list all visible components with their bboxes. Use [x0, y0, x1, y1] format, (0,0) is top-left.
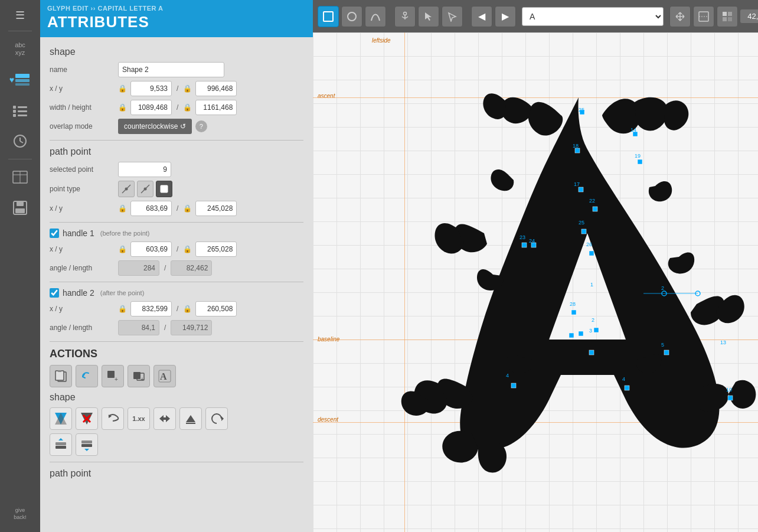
layer-up-button[interactable] — [50, 433, 72, 456]
layer-down-button[interactable] — [76, 433, 98, 456]
wind-path-button[interactable] — [102, 407, 124, 430]
svg-rect-16 — [17, 201, 24, 206]
point-type-corner-button[interactable] — [137, 181, 153, 197]
clock-icon[interactable] — [7, 128, 33, 154]
svg-text:+: + — [141, 376, 144, 383]
point-type-row: point type — [50, 181, 303, 197]
svg-rect-43 — [55, 446, 66, 449]
save-icon[interactable] — [7, 195, 33, 221]
canvas-area[interactable]: leftside rightside ascent baseline desce… — [313, 32, 758, 532]
overlap-label: overlap mode — [50, 122, 115, 130]
svg-rect-78 — [511, 383, 516, 388]
handle1-checkbox[interactable] — [50, 229, 59, 238]
name-label: name — [50, 66, 115, 74]
breadcrumb: GLYPH EDIT ›› CAPITAL LETTER A — [47, 5, 306, 12]
h1-length-input[interactable] — [171, 260, 212, 276]
h1-y-input[interactable] — [195, 241, 237, 257]
point-y-input[interactable] — [195, 201, 237, 216]
h2-x-input[interactable] — [130, 301, 172, 316]
h2-angle-input[interactable] — [118, 320, 159, 335]
svg-rect-72 — [571, 310, 576, 315]
list-icon[interactable] — [7, 97, 33, 123]
overlap-row: overlap mode counterclockwise ↺ ? — [50, 119, 303, 134]
abc-icon[interactable]: abcxyz — [7, 36, 33, 62]
svg-rect-7 — [13, 114, 16, 117]
rect-tool-button[interactable] — [318, 6, 339, 27]
selected-point-input[interactable] — [118, 162, 171, 177]
handle2-checkbox[interactable] — [50, 288, 59, 298]
svg-rect-6 — [18, 110, 27, 112]
h1-x-input[interactable] — [130, 241, 172, 257]
selected-point-label: selected point — [50, 165, 115, 174]
hamburger-menu-icon[interactable]: ☰ — [9, 5, 31, 26]
height-input[interactable] — [195, 100, 237, 115]
svg-marker-53 — [425, 12, 432, 21]
svg-rect-26 — [58, 370, 61, 372]
split-path-button[interactable] — [153, 407, 176, 430]
rotate-button[interactable] — [205, 407, 228, 430]
svg-rect-5 — [13, 110, 16, 113]
svg-text:26: 26 — [586, 241, 592, 247]
h2-length-input[interactable] — [171, 320, 212, 335]
overlap-help-button[interactable]: ? — [195, 120, 207, 132]
handle1-sub: (before the point) — [100, 230, 150, 237]
remove-shape-button[interactable] — [76, 407, 98, 430]
h1-al-row: angle / length / — [50, 260, 303, 276]
undo-button[interactable] — [76, 365, 98, 387]
glyph-select[interactable]: A — [522, 7, 664, 26]
grid-tool-button[interactable] — [717, 6, 738, 27]
h2y-lock-icon: 🔒 — [183, 305, 192, 313]
path-tool-button[interactable] — [365, 6, 386, 27]
svg-rect-67 — [522, 243, 527, 247]
handle1-label: handle 1 — [63, 229, 94, 238]
h2-xy-label: x / y — [50, 305, 115, 313]
overlap-mode-button[interactable]: counterclockwise ↺ — [118, 119, 192, 134]
point-type-smooth-button[interactable] — [118, 181, 135, 197]
handle2-row: handle 2 (after the point) — [50, 288, 303, 298]
cursor-tool-button[interactable] — [418, 6, 439, 27]
table-icon[interactable] — [7, 164, 33, 190]
svg-text:19: 19 — [635, 153, 641, 159]
name-input[interactable] — [118, 62, 224, 77]
svg-line-11 — [20, 141, 23, 143]
main-area: ◀ ▶ A 42,9 − + leftside r — [313, 0, 758, 532]
point-x-input[interactable] — [130, 201, 172, 216]
svg-marker-40 — [186, 415, 195, 422]
y-input[interactable] — [195, 81, 237, 96]
left-sidebar: ☰ abcxyz ♥ — [0, 0, 40, 532]
path-point-actions-label: path point — [50, 468, 303, 479]
svg-rect-59 — [728, 17, 732, 21]
svg-rect-46 — [81, 440, 92, 443]
font-a-button[interactable]: A — [153, 365, 176, 387]
svg-rect-0 — [15, 74, 30, 78]
resize-tool-button[interactable] — [693, 6, 714, 27]
layers-icon[interactable]: ♥ — [7, 67, 33, 93]
add-shape-button[interactable]: + — [102, 365, 124, 387]
svg-rect-58 — [723, 17, 727, 21]
next-arrow-button[interactable]: ▶ — [495, 6, 516, 27]
point-type-flat-button[interactable] — [156, 181, 172, 197]
svg-text:13: 13 — [720, 340, 726, 345]
paste-button[interactable] — [50, 365, 72, 387]
py-lock-icon: 🔒 — [183, 204, 192, 213]
width-input[interactable] — [130, 100, 172, 115]
overlay-shape-button[interactable]: + — [128, 365, 150, 387]
move-tool-button[interactable] — [669, 6, 691, 27]
move-forward-button[interactable] — [179, 407, 202, 430]
svg-text:2: 2 — [661, 285, 664, 291]
give-back-button[interactable]: giveback! — [7, 501, 33, 527]
h1-angle-input[interactable] — [118, 260, 159, 276]
h2-y-input[interactable] — [195, 301, 237, 316]
glyph-svg: 25 14 18 19 17 22 25 23 24 26 1 2 28 2 3… — [390, 68, 758, 493]
select-tool-button[interactable] — [442, 6, 463, 27]
x-input[interactable] — [130, 81, 172, 96]
scale-button[interactable]: 1.xx — [128, 407, 150, 430]
h1-al-label: angle / length — [50, 264, 115, 272]
ellipse-tool-button[interactable] — [341, 6, 362, 27]
prev-arrow-button[interactable]: ◀ — [471, 6, 492, 27]
svg-text:25: 25 — [579, 220, 584, 226]
flip-both-button[interactable] — [50, 407, 72, 430]
attr-header: GLYPH EDIT ›› CAPITAL LETTER A ATTRIBUTE… — [40, 0, 313, 37]
anchor-tool-button[interactable] — [394, 6, 416, 27]
point-xy-label: x / y — [50, 204, 115, 213]
